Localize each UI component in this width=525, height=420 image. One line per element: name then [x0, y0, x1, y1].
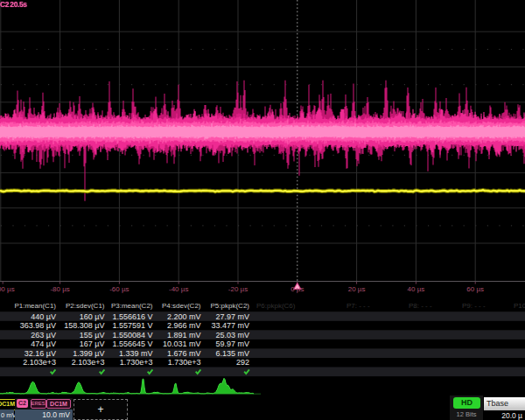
svg-text:P4:sdev(C2): P4:sdev(C2): [162, 302, 201, 310]
svg-text:263 µV: 263 µV: [31, 331, 56, 340]
svg-text:-60 µs: -60 µs: [109, 285, 129, 293]
svg-text:-40 µs: -40 µs: [169, 285, 188, 293]
svg-text:1.550084 V: 1.550084 V: [112, 331, 152, 340]
svg-text:59.97 mV: 59.97 mV: [215, 340, 249, 348]
svg-text:P10: - -: P10: - -: [514, 302, 525, 310]
svg-text:P1:mean(C1): P1:mean(C1): [14, 302, 56, 310]
svg-text:363.98 µV: 363.98 µV: [20, 321, 56, 330]
svg-text:P5:pkpk(C2): P5:pkpk(C2): [211, 302, 250, 310]
svg-text:155 µV: 155 µV: [80, 331, 105, 340]
svg-text:-100 µs: -100 µs: [0, 285, 15, 293]
svg-text:0 µs: 0 µs: [290, 285, 304, 293]
svg-text:32.16 µV: 32.16 µV: [24, 349, 56, 358]
svg-text:1.339 mV: 1.339 mV: [119, 349, 153, 358]
svg-text:1.399 µV: 1.399 µV: [73, 349, 104, 358]
svg-text:33.477 mV: 33.477 mV: [211, 321, 249, 330]
svg-text:P8: - - -: P8: - - -: [409, 302, 432, 310]
svg-text:474 µV: 474 µV: [31, 340, 56, 348]
svg-text:40 µs: 40 µs: [408, 285, 425, 293]
svg-text:P9: - - -: P9: - - -: [462, 302, 486, 310]
svg-text:1.556616 V: 1.556616 V: [112, 312, 152, 321]
svg-text:440 µV: 440 µV: [31, 312, 56, 321]
svg-text:292: 292: [236, 358, 249, 367]
svg-text:27.97 mV: 27.97 mV: [215, 312, 249, 321]
svg-text:P2:sdev(C1): P2:sdev(C1): [66, 302, 105, 310]
svg-text:158.308 µV: 158.308 µV: [64, 321, 104, 330]
svg-text:P7: - - -: P7: - - -: [346, 302, 370, 310]
svg-text:160 µV: 160 µV: [80, 312, 105, 321]
svg-text:1.730e+3: 1.730e+3: [168, 358, 201, 367]
svg-text:2.966 mV: 2.966 mV: [167, 321, 201, 330]
svg-text:6.135 mV: 6.135 mV: [215, 349, 249, 358]
svg-text:10.031 mV: 10.031 mV: [163, 340, 201, 348]
svg-text:2.103e+3: 2.103e+3: [23, 358, 56, 367]
svg-text:25.03 mV: 25.03 mV: [215, 331, 249, 340]
svg-text:2.103e+3: 2.103e+3: [72, 358, 105, 367]
svg-text:-80 µs: -80 µs: [50, 285, 69, 293]
svg-text:1.891 mV: 1.891 mV: [167, 331, 201, 340]
svg-text:P3:mean(C2): P3:mean(C2): [111, 302, 153, 310]
svg-text:2.200 mV: 2.200 mV: [167, 312, 201, 321]
svg-text:1.556645 V: 1.556645 V: [112, 340, 152, 348]
svg-text:1.557591 V: 1.557591 V: [112, 321, 152, 330]
svg-text:1.730e+3: 1.730e+3: [120, 358, 153, 367]
svg-text:20 µs: 20 µs: [348, 285, 366, 293]
svg-text:60 µs: 60 µs: [466, 285, 484, 293]
svg-text:167 µV: 167 µV: [80, 340, 105, 348]
svg-text:-20 µs: -20 µs: [228, 285, 248, 293]
svg-text:1.676 mV: 1.676 mV: [167, 349, 201, 358]
svg-text:P6:pkpk(C6): P6:pkpk(C6): [256, 302, 296, 310]
